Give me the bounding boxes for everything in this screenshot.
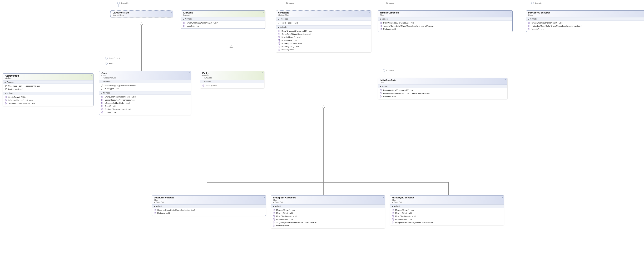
member[interactable]: GameState(IGameContext context) bbox=[278, 33, 369, 36]
member[interactable]: SetState(IDrawable value) : void bbox=[4, 102, 92, 105]
collapse-chevron-icon[interactable]: « bbox=[510, 12, 512, 13]
member[interactable]: Update() : void bbox=[273, 224, 383, 227]
class-header[interactable]: IDrawableInterface bbox=[181, 11, 265, 17]
section-header[interactable]: Methods bbox=[3, 92, 93, 95]
class-observergamestate[interactable]: ObserverGameStateClassGameState«MethodsO… bbox=[152, 195, 266, 216]
member[interactable]: SingleplayerGameState(IGameContext conte… bbox=[273, 221, 383, 224]
member[interactable]: MoveLeftDown() : void bbox=[278, 36, 369, 39]
collapse-chevron-icon[interactable]: « bbox=[501, 197, 503, 198]
class-idrawable[interactable]: IDrawableInterface«MethodsDraw(Graphics2… bbox=[181, 10, 265, 29]
section-header[interactable]: Methods bbox=[378, 17, 512, 21]
section-header[interactable]: Properties bbox=[276, 17, 371, 21]
section-header[interactable]: Methods bbox=[99, 91, 191, 95]
member[interactable]: MoveRightDown() : void bbox=[273, 215, 383, 218]
section-header[interactable]: Properties bbox=[3, 80, 93, 84]
collapse-chevron-icon[interactable]: « bbox=[262, 12, 264, 13]
member[interactable]: Update() : void bbox=[380, 95, 506, 98]
member[interactable]: MoveRightDown() : void bbox=[278, 42, 369, 45]
member[interactable]: IsPressed(int keyCode) : bool bbox=[101, 101, 189, 105]
member[interactable]: MultiplayerGameState(IGameContext contex… bbox=[392, 221, 502, 224]
section-header[interactable]: Methods bbox=[181, 17, 265, 21]
class-instructiongamestate[interactable]: InstructionGameStateClass«MethodsDraw(Gr… bbox=[526, 10, 644, 32]
collapse-chevron-icon[interactable]: « bbox=[263, 197, 265, 198]
section-header[interactable]: Methods bbox=[390, 204, 504, 208]
class-initialgamestate[interactable]: InitialGameStateClass«MethodsDraw(Graphi… bbox=[378, 78, 508, 99]
member[interactable]: TerminalGameState(IGameContext context, … bbox=[380, 24, 511, 28]
member[interactable]: MoveLeftDown() : void bbox=[392, 208, 502, 212]
class-header[interactable]: MultiplayerGameStateClassGameState bbox=[390, 196, 504, 204]
member[interactable]: Update() : void bbox=[278, 48, 369, 51]
class-header[interactable]: SingleplayerGameStateClassGameState bbox=[271, 196, 385, 204]
section-header[interactable]: Methods bbox=[378, 85, 507, 88]
class-terminalgamestate[interactable]: TerminalGameStateClass«MethodsDraw(Graph… bbox=[378, 10, 512, 32]
collapse-chevron-icon[interactable]: « bbox=[382, 197, 384, 198]
class-multiplayergamestate[interactable]: MultiplayerGameStateClassGameState«Metho… bbox=[390, 195, 504, 225]
member[interactable]: InitialGameState(IGameContext context, i… bbox=[380, 92, 506, 95]
section-header[interactable]: Methods bbox=[526, 17, 644, 21]
member[interactable]: Update() : void bbox=[154, 212, 264, 215]
class-header[interactable]: GameDriverSlimAbstract Class bbox=[110, 11, 173, 17]
class-header[interactable]: InstructionGameStateClass bbox=[526, 11, 644, 17]
class-gamestate[interactable]: GameStateAbstract Class«PropertiesTable … bbox=[276, 10, 371, 52]
member[interactable]: CreateTable() : Table bbox=[4, 96, 92, 99]
member[interactable]: MoveLeftUp() : void bbox=[392, 212, 502, 215]
member[interactable]: Update() : void bbox=[183, 24, 263, 28]
member[interactable]: MoveRightUp() : void bbox=[392, 218, 502, 221]
member[interactable]: Draw(Graphics2D graphics2D) : void bbox=[101, 95, 189, 98]
member[interactable]: Draw(Graphics2D graphics2D) : void bbox=[528, 21, 644, 24]
member[interactable]: InstructionGameState(IGameContext contex… bbox=[528, 24, 644, 28]
class-header[interactable]: IEntityInterfaceIDrawable bbox=[200, 71, 264, 80]
member[interactable]: IsPressed(int keyCode) : bool bbox=[4, 99, 92, 102]
class-gamedriverslim[interactable]: GameDriverSlimAbstract Class» bbox=[110, 10, 173, 18]
collapse-chevron-icon[interactable]: » bbox=[170, 12, 172, 13]
member[interactable]: MoveRightUp() : void bbox=[273, 218, 383, 221]
collapse-chevron-icon[interactable]: « bbox=[261, 73, 263, 73]
member[interactable]: Game(ResourceProvider resources) bbox=[101, 98, 189, 101]
class-game[interactable]: GameClassGameDriverSlim«PropertiesResour… bbox=[99, 71, 191, 115]
class-header[interactable]: IGameContextInterface bbox=[3, 74, 93, 80]
member[interactable]: Resources { get; } : ResourceProvider bbox=[101, 84, 189, 87]
member[interactable]: Width { get; } : int bbox=[4, 87, 92, 91]
member[interactable]: Reset() : void bbox=[101, 105, 189, 108]
class-header[interactable]: GameStateAbstract Class bbox=[276, 11, 371, 17]
member[interactable]: Draw(Graphics2D graphics2D) : void bbox=[380, 89, 506, 92]
section-header[interactable]: Methods bbox=[271, 204, 385, 208]
member[interactable]: Reset() : void bbox=[202, 84, 262, 87]
class-header[interactable]: GameClassGameDriverSlim bbox=[99, 71, 191, 80]
collapse-chevron-icon[interactable]: « bbox=[504, 80, 506, 80]
member[interactable]: Draw(Graphics2D graphics2D) : void bbox=[183, 21, 263, 24]
class-base[interactable]: GameState bbox=[154, 201, 264, 203]
member[interactable]: Update() : void bbox=[528, 28, 644, 31]
section-header[interactable]: Properties bbox=[99, 80, 191, 83]
collapse-chevron-icon[interactable]: « bbox=[90, 75, 92, 76]
class-base[interactable]: IDrawable bbox=[202, 77, 262, 79]
member[interactable]: Update() : void bbox=[101, 111, 189, 114]
member[interactable]: MoveRightDown() : void bbox=[392, 215, 502, 218]
member[interactable]: Width { get; } : int bbox=[101, 87, 189, 90]
member[interactable]: Draw(Graphics2D graphics2D) : void bbox=[380, 21, 511, 24]
class-singleplayergamestate[interactable]: SingleplayerGameStateClassGameState«Meth… bbox=[271, 195, 385, 228]
section-header[interactable]: Methods bbox=[276, 25, 371, 29]
member[interactable]: Draw(Graphics2D graphics2D) : void bbox=[278, 29, 369, 33]
class-igamecontext[interactable]: IGameContextInterface«PropertiesResource… bbox=[2, 73, 94, 106]
member[interactable]: SetState(IDrawable value) : void bbox=[101, 108, 189, 111]
class-header[interactable]: TerminalGameStateClass bbox=[378, 11, 512, 17]
member[interactable]: ObserverGameState(IGameContext context) bbox=[154, 208, 264, 212]
member[interactable]: Update() : void bbox=[380, 28, 511, 31]
class-base[interactable]: GameState bbox=[392, 201, 502, 203]
class-base[interactable]: GameDriverSlim bbox=[102, 77, 189, 79]
member[interactable]: MoveLeftDown() : void bbox=[273, 208, 383, 212]
member[interactable]: Table { get; } : Table bbox=[278, 21, 369, 24]
section-header[interactable]: Methods bbox=[200, 80, 264, 83]
class-header[interactable]: ObserverGameStateClassGameState bbox=[152, 196, 266, 204]
class-ientity[interactable]: IEntityInterfaceIDrawable«MethodsReset()… bbox=[200, 71, 264, 88]
collapse-chevron-icon[interactable]: « bbox=[368, 12, 370, 13]
collapse-chevron-icon[interactable]: « bbox=[188, 73, 190, 73]
member[interactable]: MoveRightUp() : void bbox=[278, 45, 369, 48]
member[interactable]: MoveLeftUp() : void bbox=[278, 39, 369, 42]
member[interactable]: MoveLeftUp() : void bbox=[273, 212, 383, 215]
section-header[interactable]: Methods bbox=[152, 204, 266, 208]
member[interactable]: Resources { get; } : ResourceProvider bbox=[4, 84, 92, 87]
class-header[interactable]: InitialGameStateClass bbox=[378, 78, 507, 85]
class-base[interactable]: GameState bbox=[273, 201, 383, 203]
